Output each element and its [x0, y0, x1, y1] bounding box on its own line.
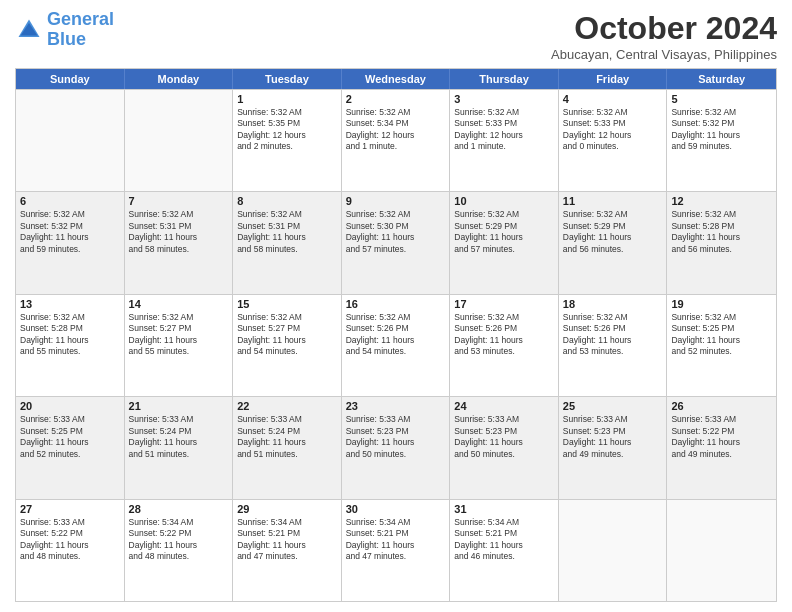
day-number: 28: [129, 503, 229, 515]
cell-info: Sunrise: 5:32 AM Sunset: 5:31 PM Dayligh…: [237, 209, 337, 255]
cell-info: Sunrise: 5:33 AM Sunset: 5:24 PM Dayligh…: [129, 414, 229, 460]
day-number: 30: [346, 503, 446, 515]
cal-cell-r4c5: [559, 500, 668, 601]
cal-cell-r0c3: 2Sunrise: 5:32 AM Sunset: 5:34 PM Daylig…: [342, 90, 451, 191]
logo-text-line1: General: [47, 10, 114, 30]
day-number: 6: [20, 195, 120, 207]
cal-cell-r3c0: 20Sunrise: 5:33 AM Sunset: 5:25 PM Dayli…: [16, 397, 125, 498]
cal-cell-r2c2: 15Sunrise: 5:32 AM Sunset: 5:27 PM Dayli…: [233, 295, 342, 396]
cell-info: Sunrise: 5:33 AM Sunset: 5:22 PM Dayligh…: [671, 414, 772, 460]
cell-info: Sunrise: 5:32 AM Sunset: 5:26 PM Dayligh…: [346, 312, 446, 358]
logo-text-line2: Blue: [47, 30, 114, 50]
cal-cell-r0c2: 1Sunrise: 5:32 AM Sunset: 5:35 PM Daylig…: [233, 90, 342, 191]
day-number: 2: [346, 93, 446, 105]
cal-cell-r2c6: 19Sunrise: 5:32 AM Sunset: 5:25 PM Dayli…: [667, 295, 776, 396]
header-day-tuesday: Tuesday: [233, 69, 342, 89]
cal-cell-r3c5: 25Sunrise: 5:33 AM Sunset: 5:23 PM Dayli…: [559, 397, 668, 498]
day-number: 23: [346, 400, 446, 412]
cell-info: Sunrise: 5:33 AM Sunset: 5:24 PM Dayligh…: [237, 414, 337, 460]
cell-info: Sunrise: 5:32 AM Sunset: 5:32 PM Dayligh…: [671, 107, 772, 153]
cal-cell-r4c4: 31Sunrise: 5:34 AM Sunset: 5:21 PM Dayli…: [450, 500, 559, 601]
cell-info: Sunrise: 5:32 AM Sunset: 5:33 PM Dayligh…: [563, 107, 663, 153]
cal-cell-r2c4: 17Sunrise: 5:32 AM Sunset: 5:26 PM Dayli…: [450, 295, 559, 396]
day-number: 10: [454, 195, 554, 207]
day-number: 16: [346, 298, 446, 310]
cal-cell-r3c3: 23Sunrise: 5:33 AM Sunset: 5:23 PM Dayli…: [342, 397, 451, 498]
cal-cell-r3c6: 26Sunrise: 5:33 AM Sunset: 5:22 PM Dayli…: [667, 397, 776, 498]
cal-row-1: 6Sunrise: 5:32 AM Sunset: 5:32 PM Daylig…: [16, 191, 776, 293]
cal-cell-r1c4: 10Sunrise: 5:32 AM Sunset: 5:29 PM Dayli…: [450, 192, 559, 293]
cal-cell-r1c1: 7Sunrise: 5:32 AM Sunset: 5:31 PM Daylig…: [125, 192, 234, 293]
cal-cell-r4c3: 30Sunrise: 5:34 AM Sunset: 5:21 PM Dayli…: [342, 500, 451, 601]
cell-info: Sunrise: 5:33 AM Sunset: 5:22 PM Dayligh…: [20, 517, 120, 563]
cell-info: Sunrise: 5:32 AM Sunset: 5:30 PM Dayligh…: [346, 209, 446, 255]
cell-info: Sunrise: 5:32 AM Sunset: 5:31 PM Dayligh…: [129, 209, 229, 255]
cal-row-3: 20Sunrise: 5:33 AM Sunset: 5:25 PM Dayli…: [16, 396, 776, 498]
cal-cell-r2c5: 18Sunrise: 5:32 AM Sunset: 5:26 PM Dayli…: [559, 295, 668, 396]
day-number: 5: [671, 93, 772, 105]
cell-info: Sunrise: 5:32 AM Sunset: 5:29 PM Dayligh…: [454, 209, 554, 255]
cell-info: Sunrise: 5:32 AM Sunset: 5:32 PM Dayligh…: [20, 209, 120, 255]
day-number: 12: [671, 195, 772, 207]
header-day-thursday: Thursday: [450, 69, 559, 89]
cal-cell-r0c6: 5Sunrise: 5:32 AM Sunset: 5:32 PM Daylig…: [667, 90, 776, 191]
cal-cell-r4c1: 28Sunrise: 5:34 AM Sunset: 5:22 PM Dayli…: [125, 500, 234, 601]
cell-info: Sunrise: 5:32 AM Sunset: 5:27 PM Dayligh…: [129, 312, 229, 358]
cal-cell-r0c0: [16, 90, 125, 191]
location: Abucayan, Central Visayas, Philippines: [551, 47, 777, 62]
header-day-friday: Friday: [559, 69, 668, 89]
header: General Blue October 2024 Abucayan, Cent…: [15, 10, 777, 62]
day-number: 22: [237, 400, 337, 412]
cell-info: Sunrise: 5:34 AM Sunset: 5:22 PM Dayligh…: [129, 517, 229, 563]
day-number: 17: [454, 298, 554, 310]
title-block: October 2024 Abucayan, Central Visayas, …: [551, 10, 777, 62]
day-number: 14: [129, 298, 229, 310]
cell-info: Sunrise: 5:32 AM Sunset: 5:26 PM Dayligh…: [454, 312, 554, 358]
day-number: 24: [454, 400, 554, 412]
cell-info: Sunrise: 5:34 AM Sunset: 5:21 PM Dayligh…: [237, 517, 337, 563]
cell-info: Sunrise: 5:33 AM Sunset: 5:25 PM Dayligh…: [20, 414, 120, 460]
day-number: 3: [454, 93, 554, 105]
day-number: 7: [129, 195, 229, 207]
cal-cell-r3c1: 21Sunrise: 5:33 AM Sunset: 5:24 PM Dayli…: [125, 397, 234, 498]
cal-cell-r4c6: [667, 500, 776, 601]
page: General Blue October 2024 Abucayan, Cent…: [0, 0, 792, 612]
cal-cell-r2c3: 16Sunrise: 5:32 AM Sunset: 5:26 PM Dayli…: [342, 295, 451, 396]
calendar-header: SundayMondayTuesdayWednesdayThursdayFrid…: [16, 69, 776, 89]
day-number: 26: [671, 400, 772, 412]
day-number: 9: [346, 195, 446, 207]
cal-cell-r1c0: 6Sunrise: 5:32 AM Sunset: 5:32 PM Daylig…: [16, 192, 125, 293]
cell-info: Sunrise: 5:32 AM Sunset: 5:28 PM Dayligh…: [671, 209, 772, 255]
header-day-wednesday: Wednesday: [342, 69, 451, 89]
day-number: 21: [129, 400, 229, 412]
day-number: 4: [563, 93, 663, 105]
cell-info: Sunrise: 5:32 AM Sunset: 5:33 PM Dayligh…: [454, 107, 554, 153]
header-day-saturday: Saturday: [667, 69, 776, 89]
logo: General Blue: [15, 10, 114, 50]
cal-cell-r1c6: 12Sunrise: 5:32 AM Sunset: 5:28 PM Dayli…: [667, 192, 776, 293]
cell-info: Sunrise: 5:33 AM Sunset: 5:23 PM Dayligh…: [454, 414, 554, 460]
cal-cell-r1c5: 11Sunrise: 5:32 AM Sunset: 5:29 PM Dayli…: [559, 192, 668, 293]
day-number: 19: [671, 298, 772, 310]
cal-row-2: 13Sunrise: 5:32 AM Sunset: 5:28 PM Dayli…: [16, 294, 776, 396]
day-number: 31: [454, 503, 554, 515]
cal-cell-r1c3: 9Sunrise: 5:32 AM Sunset: 5:30 PM Daylig…: [342, 192, 451, 293]
day-number: 25: [563, 400, 663, 412]
cal-cell-r0c4: 3Sunrise: 5:32 AM Sunset: 5:33 PM Daylig…: [450, 90, 559, 191]
cell-info: Sunrise: 5:34 AM Sunset: 5:21 PM Dayligh…: [454, 517, 554, 563]
cell-info: Sunrise: 5:32 AM Sunset: 5:26 PM Dayligh…: [563, 312, 663, 358]
cal-row-0: 1Sunrise: 5:32 AM Sunset: 5:35 PM Daylig…: [16, 89, 776, 191]
header-day-monday: Monday: [125, 69, 234, 89]
cal-row-4: 27Sunrise: 5:33 AM Sunset: 5:22 PM Dayli…: [16, 499, 776, 601]
day-number: 15: [237, 298, 337, 310]
cal-cell-r3c2: 22Sunrise: 5:33 AM Sunset: 5:24 PM Dayli…: [233, 397, 342, 498]
day-number: 20: [20, 400, 120, 412]
cell-info: Sunrise: 5:32 AM Sunset: 5:28 PM Dayligh…: [20, 312, 120, 358]
day-number: 13: [20, 298, 120, 310]
cell-info: Sunrise: 5:32 AM Sunset: 5:35 PM Dayligh…: [237, 107, 337, 153]
day-number: 29: [237, 503, 337, 515]
cell-info: Sunrise: 5:32 AM Sunset: 5:25 PM Dayligh…: [671, 312, 772, 358]
cell-info: Sunrise: 5:32 AM Sunset: 5:34 PM Dayligh…: [346, 107, 446, 153]
calendar: SundayMondayTuesdayWednesdayThursdayFrid…: [15, 68, 777, 602]
cell-info: Sunrise: 5:33 AM Sunset: 5:23 PM Dayligh…: [346, 414, 446, 460]
